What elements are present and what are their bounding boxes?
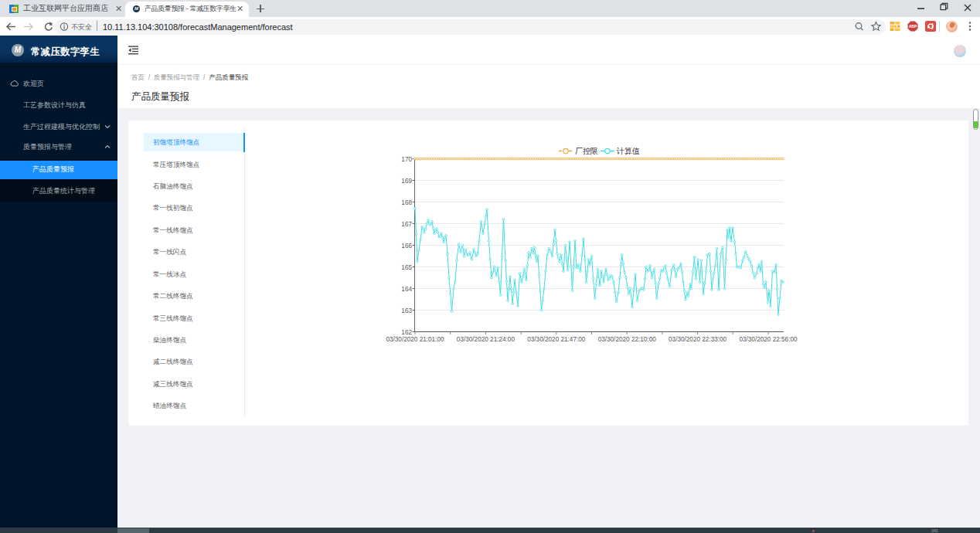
svg-text:ABP: ABP [909,24,917,29]
